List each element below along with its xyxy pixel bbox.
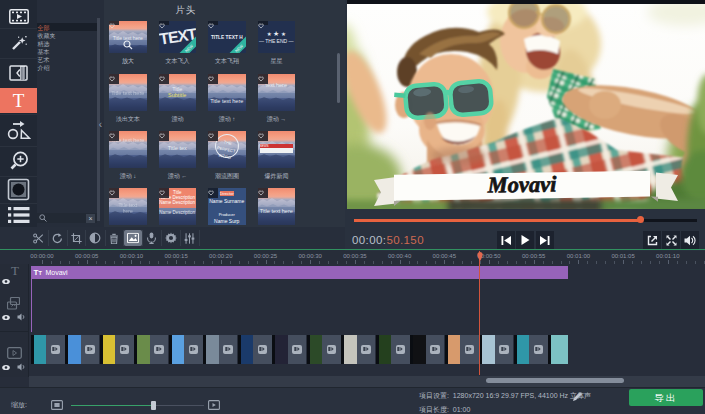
svg-text:Movavi: Movavi: [486, 172, 557, 198]
